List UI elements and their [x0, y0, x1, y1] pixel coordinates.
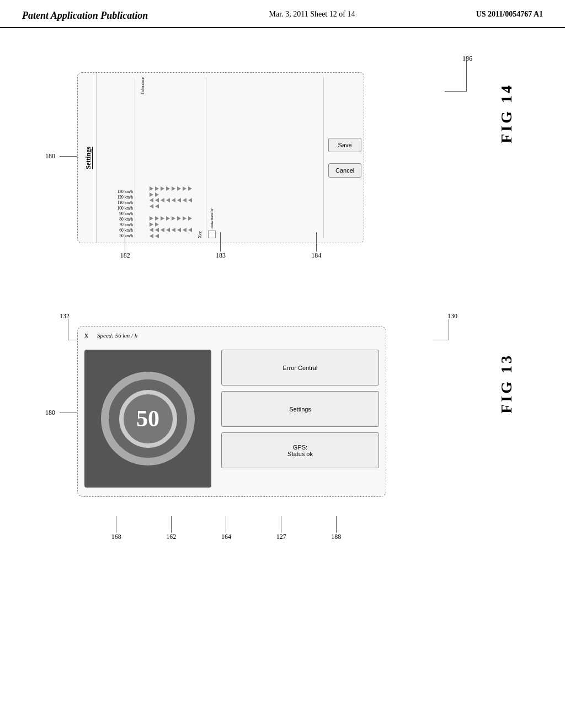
fig13-bottom-refs: 168 162 164 127 188 [66, 516, 386, 541]
arrow-right-9[interactable] [150, 192, 153, 197]
arrow-left-8[interactable] [188, 198, 192, 202]
arrow-right-13[interactable] [161, 216, 164, 221]
speed-item-1: 130 km/h [98, 189, 133, 194]
ref-162-line [171, 516, 172, 533]
speedo-number-display: 50 [136, 405, 159, 432]
ref-186-label: 186 [462, 55, 472, 63]
arrow-right-1[interactable] [150, 186, 153, 191]
arrow-right-19[interactable] [150, 222, 153, 227]
arrow-left-9[interactable] [150, 204, 153, 208]
ref-184-line [316, 232, 317, 251]
ref-188-item: 188 [331, 516, 341, 541]
data-transfer-column: Data transfer [206, 77, 217, 238]
settings-title-text: Settings [84, 147, 93, 169]
fig13-title: FIG 13 [498, 354, 515, 414]
ref-183-item: 183 [216, 232, 226, 260]
ref-127-item: 127 [276, 516, 286, 541]
speedo-outer-ring: 50 [101, 372, 195, 465]
fig14-title: FIG 14 [498, 83, 515, 143]
arrow-right-10[interactable] [155, 192, 159, 197]
arrow-right-6[interactable] [177, 186, 181, 191]
arrow-left-16[interactable] [177, 228, 181, 232]
fig14-area: 186 180 FIG 14 Settings 130 km/h 120 km/… [33, 50, 532, 287]
ref-130-line-v [449, 319, 449, 340]
arrow-right-15[interactable] [172, 216, 175, 221]
arrow-left-7[interactable] [183, 198, 186, 202]
arrow-left-12[interactable] [155, 228, 159, 232]
ref-186-line-h [445, 91, 467, 92]
ref-184-item: 184 [311, 232, 321, 260]
arrow-left-18[interactable] [188, 228, 192, 232]
arrow-left-14[interactable] [166, 228, 170, 232]
arrow-right-14[interactable] [166, 216, 170, 221]
speedometer-display: 50 [84, 350, 211, 488]
ref-182-item: 182 [120, 232, 130, 260]
arrow-left-15[interactable] [172, 228, 175, 232]
ref-127-line [281, 516, 281, 533]
arrow-left-4[interactable] [166, 198, 170, 202]
ref-180-fig13-label: 180 [45, 409, 55, 417]
arrow-left-13[interactable] [161, 228, 164, 232]
arrow-left-17[interactable] [183, 228, 186, 232]
ref-164-line [226, 516, 226, 533]
arrow-right-20[interactable] [155, 222, 159, 227]
arrow-right-18[interactable] [188, 216, 192, 221]
arrow-right-11[interactable] [150, 216, 153, 221]
arrow-left-5[interactable] [172, 198, 175, 202]
up-arrows-row [150, 186, 194, 197]
arrow-left-6[interactable] [177, 198, 181, 202]
header-left-text: Patent Application Publication [22, 10, 148, 22]
tolerance-arrows-up [150, 77, 194, 238]
ref-183-line [220, 232, 221, 251]
ref-127-label: 127 [276, 533, 286, 541]
speed-item-3: 110 km/h [98, 200, 133, 205]
header-right-text: US 2011/0054767 A1 [476, 10, 543, 19]
arrow-right-16[interactable] [177, 216, 181, 221]
arrow-right-5[interactable] [172, 186, 175, 191]
arrow-right-8[interactable] [188, 186, 192, 191]
down-arrows-row [150, 198, 194, 208]
arrow-right-17[interactable] [183, 216, 186, 221]
settings-button[interactable]: Settings [221, 391, 379, 427]
ref-162-item: 162 [166, 516, 176, 541]
error-central-button[interactable]: Error Central [221, 350, 379, 386]
fig14-bottom-refs: 182 183 184 [77, 232, 364, 260]
arrow-right-12[interactable] [155, 216, 159, 221]
arrow-right-4[interactable] [166, 186, 170, 191]
fig13-area: 132 130 180 FIG 13 x Speed: 56 km / h 50 [33, 309, 532, 547]
device-box: x Speed: 56 km / h 50 Error Central Sett… [77, 326, 386, 497]
cancel-button[interactable]: Cancel [328, 163, 361, 178]
ref-168-item: 168 [111, 516, 121, 541]
xcc-column: Xcc [196, 77, 204, 238]
speed-display-text: Speed: 56 km / h [97, 332, 137, 339]
speeds-column: 130 km/h 120 km/h 110 km/h 100 km/h 90 k… [98, 77, 135, 238]
arrow-right-2[interactable] [155, 186, 159, 191]
settings-dialog: Settings 130 km/h 120 km/h 110 km/h 100 … [77, 72, 364, 243]
ref-182-label: 182 [120, 251, 130, 260]
tolerance-column: Tolerance [137, 77, 147, 238]
action-buttons: Save Cancel [323, 77, 359, 238]
ref-186-line-v [466, 61, 467, 92]
data-transfer-label: Data transfer [210, 208, 214, 228]
ref-164-item: 164 [221, 516, 231, 541]
speed-item-6: 80 km/h [98, 217, 133, 222]
ref-168-label: 168 [111, 533, 121, 541]
page-header: Patent Application Publication Mar. 3, 2… [0, 0, 565, 28]
ref-184-label: 184 [311, 251, 321, 260]
gps-status-button[interactable]: GPS: Status ok [221, 432, 379, 468]
speed-item-7: 70 km/h [98, 222, 133, 227]
arrow-left-10[interactable] [155, 204, 159, 208]
arrow-right-3[interactable] [161, 186, 164, 191]
speed-item-5: 90 km/h [98, 211, 133, 216]
ref-180-label: 180 [45, 152, 55, 160]
arrow-left-3[interactable] [161, 198, 164, 202]
settings-inner: 130 km/h 120 km/h 110 km/h 100 km/h 90 k… [98, 77, 359, 238]
ref-188-line [336, 516, 337, 533]
arrow-right-7[interactable] [183, 186, 186, 191]
close-x-button[interactable]: x [84, 331, 88, 340]
arrow-left-11[interactable] [150, 228, 153, 232]
speedo-inner-ring: 50 [119, 390, 177, 448]
arrow-left-2[interactable] [155, 198, 159, 202]
arrow-left-1[interactable] [150, 198, 153, 202]
save-button[interactable]: Save [328, 138, 361, 152]
